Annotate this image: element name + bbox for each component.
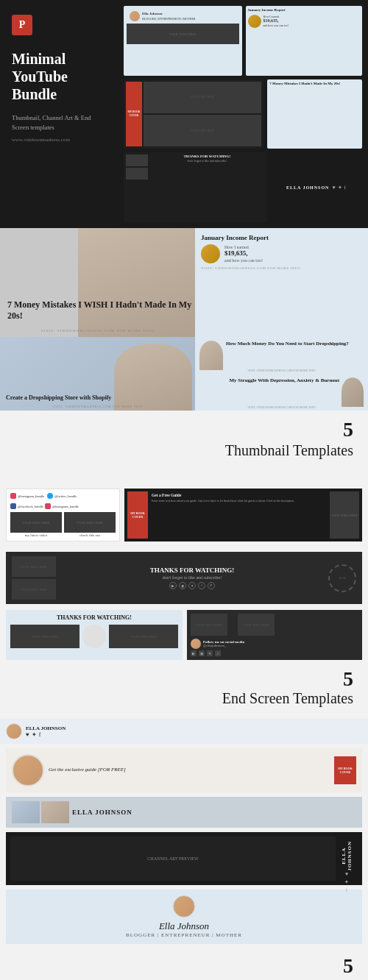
channel-art-preview-2: Get the exclusive guide [FOR FREE] MY BO…	[6, 748, 362, 792]
dropship-q-person	[199, 341, 223, 370]
channel-icon-star: ✦	[32, 731, 37, 738]
channel-art-5-tagline: BLOGGER | ENTREPRENEUR | MOTHER	[12, 932, 356, 938]
book-video-label: YOUR VIDEO HERE	[191, 96, 214, 99]
depression-row: My Struggle With Depression, Anxiety & B…	[199, 377, 364, 407]
channel-icon-fb: f	[39, 731, 41, 738]
preview-book-card: MY BOOK COVER YOUR VIDEO HERE YOUR VIDEO…	[124, 79, 263, 149]
income-tagline: and how you can too!	[224, 258, 263, 263]
channel-art-4-label: CHANNEL ART PREVIEW	[147, 856, 198, 861]
handle-text-2: @twitter_handle	[54, 494, 77, 498]
end-video-box-1: YOUR VIDEO HERE	[10, 512, 62, 533]
book-cover-end: MY BOOK COVER	[127, 491, 148, 539]
channel-name-area-1: ELLA JOHNSON ♥ ✦ f	[26, 725, 66, 738]
ella-icon-2: ✦	[338, 185, 342, 191]
follow-social-card: YOUR VIDEO HERE YOUR VIDEO HERE Follow m…	[187, 610, 362, 660]
thanks-subtitle-mini: don't forget to like and subscribe!	[150, 159, 264, 163]
income-report-text: How I earned $19,635, and how you can to…	[224, 245, 263, 263]
ella-icon-1: ♥	[332, 185, 335, 191]
channel-social-icons-1: ♥ ✦ f	[26, 731, 66, 738]
channel-photo-1	[12, 801, 40, 823]
ella-name-mini: ELLA JOHNSON	[286, 185, 330, 190]
end-screen-section: @instagram_handle @twitter_handle @faceb…	[0, 483, 368, 719]
income-report-title: January Income Report	[201, 234, 362, 241]
end-video-col-2: YOUR VIDEO HERE check this out	[64, 512, 116, 537]
dropship-person-shape	[114, 344, 192, 411]
circle-subscribe-btn	[82, 625, 106, 648]
subscribe-circle: SUB	[328, 564, 356, 592]
end-screen-row-1: @instagram_handle @twitter_handle @faceb…	[0, 483, 368, 547]
follow-video-label-2: YOUR VIDEO HERE	[243, 623, 269, 627]
follow-icon-2: ◉	[199, 650, 205, 656]
end-social-videos: YOUR VIDEO HERE my latest video YOUR VID…	[10, 512, 116, 537]
income-url: VISIT: VIDDOWNMADNESS.COM FOR MORE INFO	[201, 266, 362, 270]
handle-text-3: @facebook_handle	[18, 505, 43, 508]
follow-icons-row: ▶ ◉ ✦ f	[191, 650, 358, 656]
thumbnail-dropship: Create a Dropshipping Store with Shopify…	[0, 337, 195, 411]
preview-thanks-mini: THANKS FOR WATCHING! don't forget to lik…	[124, 152, 266, 222]
ch4-icon-2: ✦	[344, 879, 349, 885]
thumbnail-income-side: January Income Report How I earned $19,6…	[195, 228, 368, 337]
thumbnail-depression: My Struggle With Depression, Anxiety & B…	[195, 374, 368, 411]
channel-art-4-bg: CHANNEL ART PREVIEW	[10, 837, 336, 881]
book-video-label-2: YOUR VIDEO HERE	[191, 129, 214, 132]
depression-text-area: My Struggle With Depression, Anxiety & B…	[199, 377, 339, 407]
thanks-icon-fb: f	[198, 582, 205, 589]
thumbnail-dropship-question: How Much Money Do You Need to Start Drop…	[195, 337, 368, 374]
thumb-7money-text: 7 Money Mistakes I WISH I Hadn't Made In…	[7, 299, 195, 322]
thanks-video-box-1: YOUR VIDEO HERE	[12, 556, 56, 577]
end-book-card: MY BOOK COVER Get a Free Guide Enter som…	[124, 489, 362, 542]
book-cover-preview: MY BOOK COVER	[126, 82, 142, 147]
dropship-q-url: VISIT: VIDDOWNMADNESS.COM FOR MORE INFO	[195, 369, 368, 372]
end-video-box-2: YOUR VIDEO HERE	[64, 512, 116, 533]
depression-text: My Struggle With Depression, Anxiety & B…	[199, 377, 339, 384]
income-details-mini: How I earned $19,635, and how you can to…	[263, 15, 289, 28]
end-label: End Screen Templates	[222, 689, 353, 707]
end-video-caption-1: my latest video	[10, 533, 62, 537]
avatar-img-1	[130, 11, 140, 21]
end-video-label-1: YOUR VIDEO HERE	[23, 521, 49, 525]
channel-art-label-area: 5 Channel Art Templates	[0, 948, 368, 980]
handle-text-1: @instagram_handle	[18, 494, 44, 498]
instagram-icon-1	[10, 493, 16, 499]
social-handle-2: @twitter_handle	[47, 493, 77, 499]
follow-avatar-row: Follow me on social media @ellajohmson_	[191, 639, 358, 649]
preview-7money-mini: 7 Money Mistakes I Hadn't Made In My 20s…	[267, 79, 362, 149]
end-count: 5	[343, 669, 353, 689]
dropship-q-text: How Much Money Do You Need to Start Drop…	[226, 341, 349, 347]
coin-icon-mini	[248, 15, 261, 28]
end-video-col-1: YOUR VIDEO HERE my latest video	[10, 512, 62, 537]
thanks-icon-yt: ▶	[169, 582, 177, 589]
follow-handle: @ellajohmson_	[203, 644, 244, 647]
thumb-7money-url: VISIT: VIDDOWNMADNESS.COM FOR MORE INFO	[0, 329, 195, 333]
channel-art-name-3: ELLA JOHNSON	[72, 809, 132, 816]
thanks-videos-mini	[126, 155, 148, 220]
hero-section: P Minimal YouTube Bundle Thumbnail, Chan…	[0, 0, 368, 228]
thanks-center-area: THANKS FOR WATCHING! don't forget to lik…	[60, 567, 324, 589]
thanks-main-title: THANKS FOR WATCHING!	[60, 567, 324, 575]
channel-label: Channel Art Templates	[218, 976, 353, 980]
mini-name-1: Ella Johnson BLOGGER | ENTREPRENEUR | MO…	[142, 12, 196, 21]
channel-art-book-cover: MY BOOK COVER	[334, 756, 356, 784]
preview-row-3: THANKS FOR WATCHING! don't forget to lik…	[124, 152, 362, 222]
end-video-label-2: YOUR VIDEO HERE	[77, 521, 103, 525]
mini-video-1: YOUR VIDEO HERE	[127, 24, 239, 44]
depression-url: VISIT: VIDDOWNMADNESS.COM FOR MORE INFO	[195, 405, 368, 409]
end-screen-label-area: 5 End Screen Templates	[0, 664, 368, 711]
social-row-2: @facebook_handle @instagram_handle	[10, 503, 116, 509]
channel-profile-row-1: ELLA JOHNSON ♥ ✦ f	[6, 723, 66, 739]
book-cta-area: Get a Free Guide Enter some text here ab…	[150, 491, 328, 539]
thanks-watching-light-card: THANKS FOR WATCHING! YOUR VIDEO HERE YOU…	[6, 610, 183, 660]
thanks-icon-pin: P	[208, 582, 215, 589]
facebook-icon-1	[10, 503, 16, 509]
book-cta-text: Get a Free Guide	[152, 493, 326, 497]
income-report-card: January Income Report How I earned $19,6…	[195, 228, 368, 337]
mini-profile-1: Ella Johnson BLOGGER | ENTREPRENEUR | MO…	[127, 9, 239, 24]
thanks-video-row: YOUR VIDEO HERE YOUR VIDEO HERE	[10, 625, 178, 648]
follow-icon-3: ✦	[207, 650, 213, 656]
thumbnail-7money: 7 Money Mistakes I WISH I Hadn't Made In…	[0, 228, 195, 337]
thanks-watching-end-card: YOUR VIDEO HERE YOUR VIDEO HERE THANKS F…	[6, 552, 362, 604]
follow-video-sm-2: YOUR VIDEO HERE	[238, 614, 275, 636]
social-handle-3: @facebook_handle	[10, 503, 43, 509]
thumbnail-section: 7 Money Mistakes I WISH I Hadn't Made In…	[0, 228, 368, 483]
thumbnail-main-row: 7 Money Mistakes I WISH I Hadn't Made In…	[0, 228, 368, 337]
